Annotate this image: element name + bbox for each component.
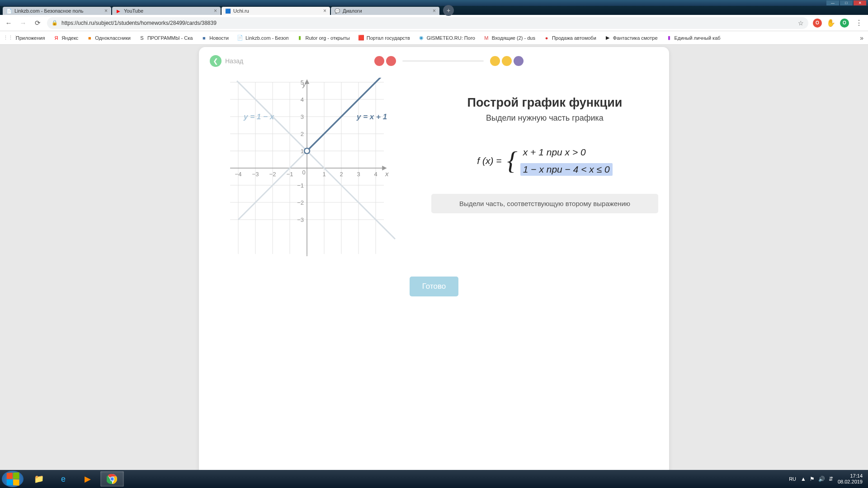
svg-text:−1: −1: [287, 171, 293, 178]
new-tab-button[interactable]: +: [443, 5, 454, 16]
forward-button[interactable]: →: [18, 18, 28, 28]
bookmark-label: Новости: [209, 35, 229, 41]
browser-menu[interactable]: ⋮: [854, 19, 864, 27]
address-bar[interactable]: 🔒 https://uchi.ru/subject/1/students/hom…: [47, 17, 808, 29]
bookmark-item[interactable]: ●Продажа автомоби: [541, 33, 599, 42]
progress-dot: [386, 56, 396, 66]
bookmark-label: Linkzb.com - Безоп: [245, 35, 289, 41]
taskbar-explorer[interactable]: 📁: [27, 471, 51, 487]
progress-dot: [514, 56, 524, 66]
tab-strip: 📄 Linkzb.com - Безопасное поль × ▶ YouTu…: [0, 6, 868, 15]
close-icon[interactable]: ×: [214, 8, 217, 14]
bookmark-item[interactable]: ▮Rutor org - открыты: [294, 33, 352, 42]
date-text: 08.02.2019: [838, 479, 863, 485]
brace-icon: {: [507, 145, 518, 176]
page-content: ❮ Назад: [0, 45, 868, 482]
bookmark-star-icon[interactable]: ☆: [798, 19, 804, 27]
tab-dialogs[interactable]: 💬 Диалоги ×: [331, 7, 439, 15]
close-icon[interactable]: ×: [104, 8, 108, 14]
folder-icon: 📁: [33, 473, 45, 485]
url-text: https://uchi.ru/subject/1/students/homew…: [61, 20, 794, 26]
bookmarks-overflow[interactable]: »: [860, 34, 863, 42]
svg-text:−4: −4: [235, 171, 242, 178]
close-icon[interactable]: ×: [323, 8, 326, 14]
youtube-icon: ▶: [116, 8, 121, 14]
back-button[interactable]: ←: [4, 18, 14, 28]
apps-label: Приложения: [16, 35, 45, 41]
taskbar-ie[interactable]: e: [52, 471, 75, 487]
clock[interactable]: 17:14 08.02.2019: [838, 473, 863, 485]
system-tray: RU ▲ ⚑ 🔊 ⇵ 17:14 08.02.2019: [789, 473, 866, 485]
bookmark-icon: ●: [543, 35, 550, 41]
lesson-body: y x y = 1 − x y = x + 1 −4−3 −2−1 01 23 …: [210, 78, 658, 263]
bookmark-item[interactable]: ■Новости: [198, 33, 231, 42]
apps-icon: ⋮⋮⋮: [7, 35, 14, 41]
chevron-left-icon: ❮: [210, 55, 222, 67]
bookmark-item[interactable]: SПРОГРАММЫ - Ска: [136, 33, 195, 42]
piece-1[interactable]: x + 1 при x > 0: [520, 146, 613, 159]
wmplayer-icon: ▶: [82, 473, 94, 485]
function-graph[interactable]: y x y = 1 − x y = x + 1 −4−3 −2−1 01 23 …: [223, 78, 413, 263]
bookmark-icon: ■: [86, 35, 93, 41]
tab-uchi[interactable]: 🟦 Uchi.ru ×: [222, 7, 330, 15]
svg-text:−3: −3: [297, 216, 304, 223]
svg-text:0: 0: [302, 169, 305, 176]
sound-icon[interactable]: 🔊: [818, 476, 825, 482]
language-indicator[interactable]: RU: [789, 476, 796, 482]
bookmark-item[interactable]: ■Одноклассники: [84, 33, 133, 42]
bookmark-item[interactable]: 📄Linkzb.com - Безоп: [234, 33, 292, 42]
tab-title: Uchi.ru: [233, 8, 321, 14]
bookmark-item[interactable]: ▮Единый личный каб: [663, 33, 723, 42]
maximize-button[interactable]: □: [840, 0, 853, 5]
uchi-icon: 🟦: [225, 8, 231, 14]
tab-linkzb[interactable]: 📄 Linkzb.com - Безопасное поль ×: [3, 7, 111, 15]
bookmark-icon: ▮: [297, 35, 303, 41]
bookmark-icon: ■: [201, 35, 207, 41]
progress-dot: [502, 56, 512, 66]
extension-opera[interactable]: O: [813, 19, 822, 28]
bookmark-icon: 🟥: [358, 35, 364, 41]
bookmark-icon: ▮: [666, 35, 672, 41]
lesson-right-panel: Построй график функции Выдели нужную час…: [431, 78, 658, 263]
fx-label: f (x) =: [477, 155, 501, 166]
svg-text:3: 3: [301, 113, 304, 120]
line-y-1-minus-x[interactable]: [237, 81, 395, 239]
start-button[interactable]: [2, 471, 24, 487]
vk-icon: 💬: [335, 8, 340, 14]
flag-icon[interactable]: ⚑: [810, 476, 815, 482]
bookmark-item[interactable]: ЯЯндекс: [50, 33, 81, 42]
network-icon[interactable]: ⇵: [829, 476, 833, 482]
tab-youtube[interactable]: ▶ YouTube ×: [112, 7, 221, 15]
apps-button[interactable]: ⋮⋮⋮ Приложения: [5, 33, 47, 42]
piece-2-highlighted[interactable]: 1 − x при − 4 < x ≤ 0: [520, 163, 613, 176]
time-text: 17:14: [838, 473, 863, 479]
bookmark-item[interactable]: ◉GISMETEO.RU: Пого: [415, 33, 478, 42]
bookmark-item[interactable]: ▶Фантастика смотре: [602, 33, 660, 42]
bookmark-label: Портал государств: [367, 35, 410, 41]
svg-text:−3: −3: [252, 171, 259, 178]
done-button[interactable]: Готово: [410, 277, 459, 296]
lesson-back-button[interactable]: ❮ Назад: [210, 55, 243, 67]
progress-track: [402, 60, 484, 62]
tray-up-icon[interactable]: ▲: [801, 476, 806, 482]
tab-title: Диалоги: [343, 8, 430, 14]
lesson-title: Построй график функции: [431, 96, 658, 110]
bookmark-icon: ▶: [604, 35, 611, 41]
bookmark-item[interactable]: 🟥Портал государств: [355, 33, 413, 42]
svg-marker-19: [382, 166, 386, 170]
browser-toolbar: ← → ⟳ 🔒 https://uchi.ru/subject/1/studen…: [0, 15, 868, 31]
reload-button[interactable]: ⟳: [33, 18, 42, 28]
tab-title: Linkzb.com - Безопасное поль: [14, 8, 102, 14]
close-icon[interactable]: ×: [433, 8, 436, 14]
extension-avatar[interactable]: O: [840, 19, 849, 28]
extension-human[interactable]: ✋: [826, 19, 835, 28]
bookmark-label: Rutor org - открыты: [305, 35, 349, 41]
svg-text:3: 3: [357, 171, 360, 178]
lock-icon: 🔒: [52, 20, 58, 26]
bookmark-item[interactable]: MВходящие (2) - dus: [481, 33, 538, 42]
minimize-button[interactable]: —: [826, 0, 839, 5]
taskbar-chrome[interactable]: [100, 471, 124, 487]
svg-text:4: 4: [301, 96, 304, 103]
taskbar-media[interactable]: ▶: [76, 471, 99, 487]
close-window-button[interactable]: ✕: [854, 0, 866, 5]
